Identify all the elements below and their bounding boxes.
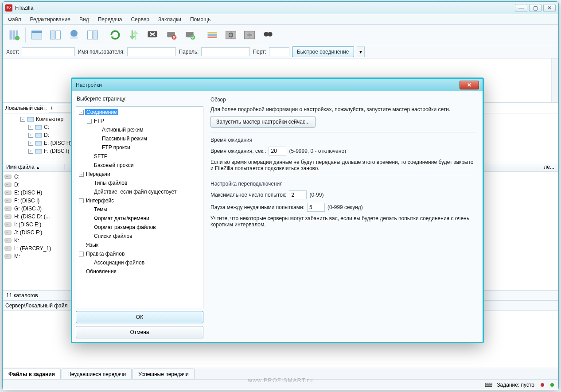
close-button[interactable]: ✕	[543, 4, 556, 12]
settings-tree-item[interactable]: -FTP	[77, 116, 202, 125]
refresh-button[interactable]	[106, 26, 124, 44]
activity-led-recv-icon	[541, 383, 544, 387]
menu-edit[interactable]: Редактирование	[28, 16, 72, 23]
settings-tree-item[interactable]: Пассивный режим	[77, 134, 202, 143]
queue-status: Задание: пусто	[497, 382, 534, 388]
settings-tree-item[interactable]: Обновления	[77, 267, 202, 276]
quickconnect-bar: Хост: Имя пользователя: Пароль: Порт: Бы…	[3, 45, 558, 58]
timeout-title: Время ожидания	[210, 137, 476, 143]
tab-success[interactable]: Успешные передачи	[132, 369, 195, 379]
svg-rect-45	[6, 208, 8, 209]
svg-rect-35	[35, 149, 42, 153]
quickconnect-button[interactable]: Быстрое соединение	[292, 47, 354, 57]
svg-rect-47	[6, 216, 8, 217]
localsite-label: Локальный сайт:	[5, 105, 47, 111]
settings-dialog: Настройки ✕ Выберите страницу: -Соединен…	[71, 78, 484, 343]
settings-tree-item[interactable]: -Интерфейс	[77, 196, 202, 205]
settings-tree-item[interactable]: Списки файлов	[77, 232, 202, 241]
settings-tree-item[interactable]: Типы файлов	[77, 179, 202, 187]
activity-led-send-icon	[550, 383, 554, 387]
menu-transfer[interactable]: Передача	[96, 16, 124, 23]
svg-rect-5	[32, 31, 42, 33]
queue-indicator-icon: ⌨	[485, 382, 492, 388]
dialog-left-panel: Выберите страницу: -Соединение-FTPАктивн…	[76, 95, 203, 338]
svg-rect-37	[6, 176, 8, 177]
settings-tree-item[interactable]: Действие, если файл существует	[77, 187, 202, 196]
svg-rect-11	[93, 31, 98, 39]
titlebar: Fz FileZilla — ▢ ✕	[3, 2, 558, 14]
settings-tree-item[interactable]: Ассоциации файлов	[77, 258, 202, 267]
port-input[interactable]	[269, 47, 289, 56]
settings-tree-item[interactable]: SFTP	[77, 152, 202, 161]
menubar: Файл Редактирование Вид Передача Сервер …	[3, 14, 558, 25]
svg-rect-41	[6, 192, 8, 193]
sitemanager-button[interactable]	[5, 26, 23, 44]
reconnect-button[interactable]	[181, 26, 199, 44]
settings-tree-item[interactable]: Активный режим	[77, 125, 202, 134]
svg-rect-57	[6, 256, 8, 256]
settings-tree-item[interactable]: FTP прокси	[77, 143, 202, 152]
col-remote-partial[interactable]: ле...	[536, 164, 558, 170]
dialog-close-button[interactable]: ✕	[460, 81, 479, 89]
ok-button[interactable]: ОК	[76, 311, 203, 323]
settings-tree-item[interactable]: Язык	[77, 241, 202, 249]
quickconnect-dropdown[interactable]: ▾	[357, 47, 365, 57]
svg-rect-31	[27, 117, 34, 121]
svg-rect-53	[6, 240, 8, 241]
statusbar: ⌨ Задание: пусто	[3, 379, 558, 390]
cancel-button[interactable]: Отмена	[76, 326, 203, 338]
svg-rect-6	[51, 31, 55, 39]
timeout-input[interactable]	[269, 147, 286, 155]
log-scrollbar[interactable]	[551, 58, 558, 102]
svg-rect-24	[231, 31, 236, 39]
run-wizard-button[interactable]: Запустить мастер настройки сейчас...	[210, 116, 316, 128]
settings-tree-item[interactable]: -Передачи	[77, 170, 202, 179]
pass-input[interactable]	[201, 47, 250, 56]
tab-queued[interactable]: Файлы в задании	[3, 369, 61, 379]
toggle-queue-button[interactable]	[65, 26, 83, 44]
svg-rect-0	[10, 30, 12, 39]
dialog-title: Настройки	[76, 82, 102, 88]
compare-button[interactable]	[222, 26, 240, 44]
sync-browse-button[interactable]	[241, 26, 258, 44]
tab-failed[interactable]: Неудавшиеся передачи	[62, 369, 132, 379]
svg-rect-55	[6, 248, 8, 248]
toggle-tree-button[interactable]	[47, 26, 64, 44]
user-input[interactable]	[127, 47, 176, 56]
settings-tree-item[interactable]: Формат размера файлов	[77, 223, 202, 232]
settings-tree-item[interactable]: Темы	[77, 205, 202, 214]
col-filename[interactable]: Имя файла ▲	[3, 164, 65, 170]
menu-help[interactable]: Помощь	[188, 16, 212, 23]
toggle-remote-tree-button[interactable]	[84, 26, 101, 44]
settings-tree-item[interactable]: -Правка файлов	[77, 249, 202, 258]
delay-input[interactable]	[307, 203, 325, 212]
host-input[interactable]	[22, 47, 75, 56]
host-label: Хост:	[6, 49, 19, 55]
toggle-log-button[interactable]	[28, 26, 46, 44]
maximize-button[interactable]: ▢	[529, 4, 542, 12]
svg-rect-32	[35, 125, 42, 129]
menu-view[interactable]: Вид	[78, 16, 91, 23]
cancel-button[interactable]	[144, 26, 161, 44]
search-button[interactable]	[259, 26, 277, 44]
pass-label: Пароль:	[179, 49, 199, 55]
menu-server[interactable]: Сервер	[129, 16, 151, 23]
timeout-text: Если во время операции данные не будут п…	[210, 159, 476, 171]
settings-tree-item[interactable]: Базовый прокси	[77, 161, 202, 170]
settings-tree[interactable]: -Соединение-FTPАктивный режимПассивный р…	[76, 106, 203, 308]
select-page-label: Выберите страницу:	[76, 95, 203, 104]
retries-input[interactable]	[289, 190, 307, 199]
settings-panel: Обзор Для более подробной информации о н…	[208, 95, 479, 338]
menu-bookmarks[interactable]: Закладки	[156, 16, 183, 23]
minimize-button[interactable]: —	[515, 4, 527, 12]
menu-file[interactable]: Файл	[6, 16, 23, 23]
settings-tree-item[interactable]: Формат даты/времени	[77, 214, 202, 223]
filter-button[interactable]	[203, 26, 221, 44]
svg-rect-34	[35, 141, 42, 145]
process-queue-button[interactable]	[125, 26, 143, 44]
svg-rect-30	[267, 33, 269, 35]
disconnect-button[interactable]	[162, 26, 180, 44]
svg-point-8	[70, 30, 78, 37]
queue-tabs: Файлы в задании Неудавшиеся передачи Усп…	[3, 368, 558, 379]
settings-tree-item[interactable]: -Соединение	[77, 108, 202, 116]
